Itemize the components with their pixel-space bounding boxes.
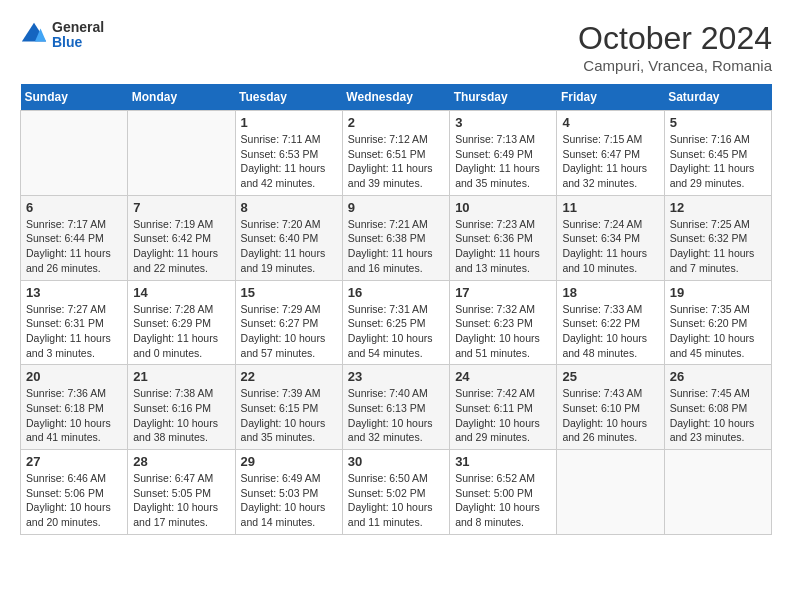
cell-details: Sunrise: 7:23 AMSunset: 6:36 PMDaylight:… bbox=[455, 217, 551, 276]
day-number: 28 bbox=[133, 454, 229, 469]
cell-details: Sunrise: 7:45 AMSunset: 6:08 PMDaylight:… bbox=[670, 386, 766, 445]
cell-details: Sunrise: 7:17 AMSunset: 6:44 PMDaylight:… bbox=[26, 217, 122, 276]
cell-details: Sunrise: 7:35 AMSunset: 6:20 PMDaylight:… bbox=[670, 302, 766, 361]
day-number: 20 bbox=[26, 369, 122, 384]
calendar-cell bbox=[664, 450, 771, 535]
cell-details: Sunrise: 6:52 AMSunset: 5:00 PMDaylight:… bbox=[455, 471, 551, 530]
day-number: 4 bbox=[562, 115, 658, 130]
cell-details: Sunrise: 7:21 AMSunset: 6:38 PMDaylight:… bbox=[348, 217, 444, 276]
month-title: October 2024 bbox=[578, 20, 772, 57]
cell-details: Sunrise: 7:39 AMSunset: 6:15 PMDaylight:… bbox=[241, 386, 337, 445]
cell-details: Sunrise: 6:46 AMSunset: 5:06 PMDaylight:… bbox=[26, 471, 122, 530]
day-number: 29 bbox=[241, 454, 337, 469]
calendar-cell: 9Sunrise: 7:21 AMSunset: 6:38 PMDaylight… bbox=[342, 195, 449, 280]
calendar-week-row: 27Sunrise: 6:46 AMSunset: 5:06 PMDayligh… bbox=[21, 450, 772, 535]
calendar-cell: 2Sunrise: 7:12 AMSunset: 6:51 PMDaylight… bbox=[342, 111, 449, 196]
calendar-cell: 25Sunrise: 7:43 AMSunset: 6:10 PMDayligh… bbox=[557, 365, 664, 450]
cell-details: Sunrise: 6:47 AMSunset: 5:05 PMDaylight:… bbox=[133, 471, 229, 530]
day-of-week-header: Sunday bbox=[21, 84, 128, 111]
calendar-cell: 26Sunrise: 7:45 AMSunset: 6:08 PMDayligh… bbox=[664, 365, 771, 450]
logo-icon bbox=[20, 21, 48, 49]
day-number: 7 bbox=[133, 200, 229, 215]
calendar-cell: 12Sunrise: 7:25 AMSunset: 6:32 PMDayligh… bbox=[664, 195, 771, 280]
calendar-cell: 29Sunrise: 6:49 AMSunset: 5:03 PMDayligh… bbox=[235, 450, 342, 535]
day-number: 10 bbox=[455, 200, 551, 215]
day-of-week-header: Monday bbox=[128, 84, 235, 111]
calendar-cell: 7Sunrise: 7:19 AMSunset: 6:42 PMDaylight… bbox=[128, 195, 235, 280]
calendar-week-row: 20Sunrise: 7:36 AMSunset: 6:18 PMDayligh… bbox=[21, 365, 772, 450]
calendar-week-row: 6Sunrise: 7:17 AMSunset: 6:44 PMDaylight… bbox=[21, 195, 772, 280]
day-of-week-header: Wednesday bbox=[342, 84, 449, 111]
day-number: 30 bbox=[348, 454, 444, 469]
calendar-cell: 13Sunrise: 7:27 AMSunset: 6:31 PMDayligh… bbox=[21, 280, 128, 365]
cell-details: Sunrise: 7:20 AMSunset: 6:40 PMDaylight:… bbox=[241, 217, 337, 276]
day-number: 13 bbox=[26, 285, 122, 300]
calendar-cell: 21Sunrise: 7:38 AMSunset: 6:16 PMDayligh… bbox=[128, 365, 235, 450]
logo: General Blue bbox=[20, 20, 104, 51]
calendar-cell: 6Sunrise: 7:17 AMSunset: 6:44 PMDaylight… bbox=[21, 195, 128, 280]
calendar-header-row: SundayMondayTuesdayWednesdayThursdayFrid… bbox=[21, 84, 772, 111]
title-block: October 2024 Campuri, Vrancea, Romania bbox=[578, 20, 772, 74]
cell-details: Sunrise: 6:50 AMSunset: 5:02 PMDaylight:… bbox=[348, 471, 444, 530]
cell-details: Sunrise: 7:27 AMSunset: 6:31 PMDaylight:… bbox=[26, 302, 122, 361]
cell-details: Sunrise: 6:49 AMSunset: 5:03 PMDaylight:… bbox=[241, 471, 337, 530]
cell-details: Sunrise: 7:15 AMSunset: 6:47 PMDaylight:… bbox=[562, 132, 658, 191]
cell-details: Sunrise: 7:32 AMSunset: 6:23 PMDaylight:… bbox=[455, 302, 551, 361]
cell-details: Sunrise: 7:28 AMSunset: 6:29 PMDaylight:… bbox=[133, 302, 229, 361]
cell-details: Sunrise: 7:13 AMSunset: 6:49 PMDaylight:… bbox=[455, 132, 551, 191]
cell-details: Sunrise: 7:11 AMSunset: 6:53 PMDaylight:… bbox=[241, 132, 337, 191]
day-number: 15 bbox=[241, 285, 337, 300]
cell-details: Sunrise: 7:38 AMSunset: 6:16 PMDaylight:… bbox=[133, 386, 229, 445]
day-of-week-header: Friday bbox=[557, 84, 664, 111]
cell-details: Sunrise: 7:31 AMSunset: 6:25 PMDaylight:… bbox=[348, 302, 444, 361]
calendar-cell: 10Sunrise: 7:23 AMSunset: 6:36 PMDayligh… bbox=[450, 195, 557, 280]
cell-details: Sunrise: 7:29 AMSunset: 6:27 PMDaylight:… bbox=[241, 302, 337, 361]
day-number: 14 bbox=[133, 285, 229, 300]
calendar-cell: 15Sunrise: 7:29 AMSunset: 6:27 PMDayligh… bbox=[235, 280, 342, 365]
day-number: 5 bbox=[670, 115, 766, 130]
day-number: 23 bbox=[348, 369, 444, 384]
day-number: 31 bbox=[455, 454, 551, 469]
day-number: 19 bbox=[670, 285, 766, 300]
calendar-cell: 3Sunrise: 7:13 AMSunset: 6:49 PMDaylight… bbox=[450, 111, 557, 196]
logo-text: General Blue bbox=[52, 20, 104, 51]
calendar-cell bbox=[128, 111, 235, 196]
calendar-cell: 27Sunrise: 6:46 AMSunset: 5:06 PMDayligh… bbox=[21, 450, 128, 535]
logo-general-text: General bbox=[52, 20, 104, 35]
calendar-cell: 22Sunrise: 7:39 AMSunset: 6:15 PMDayligh… bbox=[235, 365, 342, 450]
calendar-cell: 30Sunrise: 6:50 AMSunset: 5:02 PMDayligh… bbox=[342, 450, 449, 535]
logo-blue-text: Blue bbox=[52, 35, 104, 50]
calendar-cell: 31Sunrise: 6:52 AMSunset: 5:00 PMDayligh… bbox=[450, 450, 557, 535]
day-number: 21 bbox=[133, 369, 229, 384]
day-number: 16 bbox=[348, 285, 444, 300]
calendar-cell: 11Sunrise: 7:24 AMSunset: 6:34 PMDayligh… bbox=[557, 195, 664, 280]
day-number: 11 bbox=[562, 200, 658, 215]
day-number: 9 bbox=[348, 200, 444, 215]
calendar-cell: 8Sunrise: 7:20 AMSunset: 6:40 PMDaylight… bbox=[235, 195, 342, 280]
calendar-cell: 1Sunrise: 7:11 AMSunset: 6:53 PMDaylight… bbox=[235, 111, 342, 196]
day-number: 12 bbox=[670, 200, 766, 215]
day-of-week-header: Saturday bbox=[664, 84, 771, 111]
day-number: 26 bbox=[670, 369, 766, 384]
day-number: 27 bbox=[26, 454, 122, 469]
cell-details: Sunrise: 7:43 AMSunset: 6:10 PMDaylight:… bbox=[562, 386, 658, 445]
calendar-cell bbox=[557, 450, 664, 535]
location: Campuri, Vrancea, Romania bbox=[578, 57, 772, 74]
day-of-week-header: Tuesday bbox=[235, 84, 342, 111]
cell-details: Sunrise: 7:24 AMSunset: 6:34 PMDaylight:… bbox=[562, 217, 658, 276]
cell-details: Sunrise: 7:42 AMSunset: 6:11 PMDaylight:… bbox=[455, 386, 551, 445]
day-number: 18 bbox=[562, 285, 658, 300]
calendar-cell: 16Sunrise: 7:31 AMSunset: 6:25 PMDayligh… bbox=[342, 280, 449, 365]
cell-details: Sunrise: 7:19 AMSunset: 6:42 PMDaylight:… bbox=[133, 217, 229, 276]
calendar-week-row: 1Sunrise: 7:11 AMSunset: 6:53 PMDaylight… bbox=[21, 111, 772, 196]
calendar-cell: 4Sunrise: 7:15 AMSunset: 6:47 PMDaylight… bbox=[557, 111, 664, 196]
calendar-cell: 19Sunrise: 7:35 AMSunset: 6:20 PMDayligh… bbox=[664, 280, 771, 365]
cell-details: Sunrise: 7:12 AMSunset: 6:51 PMDaylight:… bbox=[348, 132, 444, 191]
day-of-week-header: Thursday bbox=[450, 84, 557, 111]
day-number: 6 bbox=[26, 200, 122, 215]
calendar-cell: 18Sunrise: 7:33 AMSunset: 6:22 PMDayligh… bbox=[557, 280, 664, 365]
day-number: 22 bbox=[241, 369, 337, 384]
day-number: 24 bbox=[455, 369, 551, 384]
cell-details: Sunrise: 7:36 AMSunset: 6:18 PMDaylight:… bbox=[26, 386, 122, 445]
cell-details: Sunrise: 7:16 AMSunset: 6:45 PMDaylight:… bbox=[670, 132, 766, 191]
